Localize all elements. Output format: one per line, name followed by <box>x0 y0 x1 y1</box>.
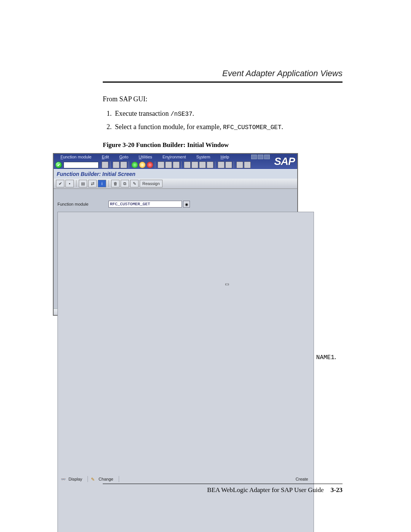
intro-text: From SAP GUI: <box>103 94 342 105</box>
sap-screen-title: Function Builder: Initial Screen <box>54 169 297 179</box>
help-icon[interactable] <box>236 161 243 168</box>
shortcut-icon[interactable] <box>225 161 232 168</box>
minimize-icon[interactable] <box>251 155 257 159</box>
first-page-icon[interactable] <box>184 161 191 168</box>
print-icon[interactable] <box>158 161 164 168</box>
new-session-icon[interactable] <box>218 161 225 168</box>
section-header: Event Adapter Application Views <box>103 69 342 78</box>
sap-screenshot: Function module Edit Goto Utilities Envi… <box>53 153 298 315</box>
code-literal: /nSE37 <box>170 111 193 118</box>
command-field[interactable] <box>64 162 99 168</box>
next-page-icon[interactable] <box>199 161 206 168</box>
figure-caption: Figure 3-20 Function Builder: Initial Wi… <box>103 141 342 149</box>
layout-icon[interactable] <box>244 161 251 168</box>
function-module-input[interactable]: RFC_CUSTOMER_GET <box>108 201 182 208</box>
footer-rule <box>103 484 342 484</box>
menu-edit[interactable]: Edit <box>102 155 113 159</box>
check-icon[interactable]: ✔ <box>56 180 64 187</box>
step-item: Execute transaction /nSE37. <box>113 108 342 120</box>
menu-function-module[interactable]: Function module <box>61 155 96 159</box>
menu-goto[interactable]: Goto <box>119 155 133 159</box>
nav-cancel-icon[interactable] <box>147 161 153 168</box>
sap-menubar[interactable]: Function module Edit Goto Utilities Envi… <box>61 155 238 159</box>
function-module-label: Function module <box>57 202 88 206</box>
restore-icon[interactable] <box>258 155 263 159</box>
change-label: Change <box>99 477 113 481</box>
copy-icon[interactable]: ⧉ <box>121 180 129 187</box>
create-label: Create <box>296 477 308 481</box>
close-icon[interactable] <box>264 155 270 159</box>
window-controls <box>251 155 270 159</box>
reassign-button[interactable]: Reassign <box>140 180 162 187</box>
info-icon[interactable]: i <box>98 180 106 187</box>
glasses-icon <box>61 477 66 481</box>
sap-titlebar: Function module Edit Goto Utilities Envi… <box>54 154 297 169</box>
sap-standard-toolbar: ✔ <box>55 161 251 168</box>
nav-back-icon[interactable] <box>131 161 138 168</box>
activate-icon[interactable]: • <box>65 180 74 187</box>
page-footer: BEA WebLogic Adapter for SAP User Guide … <box>103 481 342 494</box>
last-page-icon[interactable] <box>207 161 213 168</box>
footer-page-number: 3-23 <box>331 486 342 494</box>
steps-list-a: Execute transaction /nSE37.Select a func… <box>103 108 342 133</box>
delete-icon[interactable]: 🗑 <box>111 180 119 187</box>
nav-exit-icon[interactable] <box>139 161 146 168</box>
menu-environment[interactable]: Environment <box>162 155 191 159</box>
find-next-icon[interactable] <box>173 161 180 168</box>
prev-page-icon[interactable] <box>191 161 198 168</box>
save-icon[interactable] <box>120 161 127 168</box>
object-dir-icon[interactable]: ⇄ <box>88 180 97 187</box>
dropdown-icon[interactable] <box>102 161 108 168</box>
step-item: Select a function module, for example, R… <box>113 121 342 133</box>
sap-client-area: Function module RFC_CUSTOMER_GET ◉ Displ… <box>54 189 297 308</box>
menu-help[interactable]: Help <box>220 155 234 159</box>
sap-logo: SAP <box>274 154 295 169</box>
footer-title: BEA WebLogic Adapter for SAP User Guide <box>207 486 323 494</box>
back-icon[interactable] <box>113 161 119 168</box>
pencil-icon <box>91 477 96 481</box>
display-label: Display <box>68 477 82 481</box>
find-icon[interactable] <box>165 161 172 168</box>
search-help-icon[interactable]: ◉ <box>183 201 190 208</box>
menu-system[interactable]: System <box>196 155 215 159</box>
sap-app-toolbar: ✔ • ▤ ⇄ i 🗑 ⧉ ✎ Reassign <box>54 179 297 189</box>
header-rule <box>103 81 342 83</box>
rename-icon[interactable]: ✎ <box>130 180 139 187</box>
enter-icon[interactable]: ✔ <box>55 161 62 168</box>
menu-utilities[interactable]: Utilities <box>139 155 156 159</box>
display-button[interactable]: Display <box>58 476 88 482</box>
code-literal: RFC_CUSTOMER_GET <box>223 124 282 131</box>
where-used-icon[interactable]: ▤ <box>79 180 87 187</box>
